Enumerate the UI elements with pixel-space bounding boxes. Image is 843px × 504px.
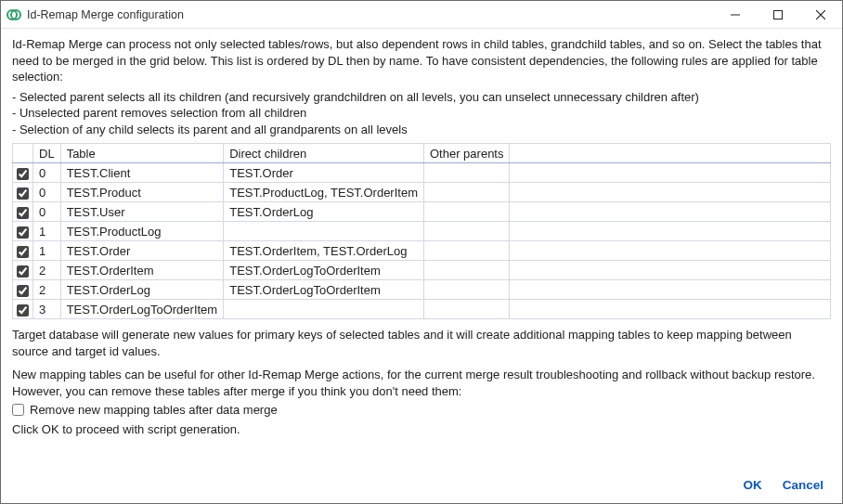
app-icon xyxy=(6,7,21,22)
col-header-table[interactable]: Table xyxy=(60,144,224,163)
rule-3: - Selection of any child selects its par… xyxy=(12,122,831,138)
cell-direct-children xyxy=(224,222,424,241)
remove-mapping-option: Remove new mapping tables after data mer… xyxy=(12,403,831,417)
cell-dl: 0 xyxy=(33,163,61,183)
cell-spacer xyxy=(510,280,831,300)
cell-other-parents xyxy=(423,280,510,300)
cell-direct-children: TEST.OrderItem, TEST.OrderLog xyxy=(224,241,424,261)
cell-table: TEST.Client xyxy=(60,163,224,183)
cell-direct-children: TEST.OrderLog xyxy=(224,202,424,222)
cell-dl: 2 xyxy=(33,261,61,280)
cell-table: TEST.Order xyxy=(60,241,224,261)
table-row[interactable]: 1TEST.OrderTEST.OrderItem, TEST.OrderLog xyxy=(13,241,831,261)
cell-table: TEST.User xyxy=(60,202,224,222)
titlebar: Id-Remap Merge configuration xyxy=(1,1,842,29)
table-row[interactable]: 2TEST.OrderLogTEST.OrderLogToOrderItem xyxy=(13,280,831,300)
close-button[interactable] xyxy=(799,1,842,29)
cell-other-parents xyxy=(423,202,510,222)
cell-dl: 1 xyxy=(33,222,61,241)
cell-spacer xyxy=(510,261,831,280)
row-checkbox[interactable] xyxy=(17,246,29,258)
cell-dl: 0 xyxy=(33,202,61,222)
cell-table: TEST.OrderItem xyxy=(60,261,224,280)
cell-spacer xyxy=(510,163,831,183)
dialog-footer: OK Cancel xyxy=(1,469,842,503)
row-checkbox[interactable] xyxy=(17,304,29,317)
cell-other-parents xyxy=(423,163,510,183)
cell-spacer xyxy=(510,202,831,222)
cell-table: TEST.OrderLogToOrderItem xyxy=(60,300,224,319)
cell-other-parents xyxy=(423,222,510,241)
cell-spacer xyxy=(510,300,831,319)
cell-direct-children: TEST.Order xyxy=(224,163,424,183)
row-checkbox[interactable] xyxy=(17,265,29,278)
cell-dl: 2 xyxy=(33,280,61,300)
row-checkbox[interactable] xyxy=(17,226,29,239)
cell-dl: 0 xyxy=(33,183,61,202)
cell-direct-children: TEST.ProductLog, TEST.OrderItem xyxy=(224,183,424,202)
cell-other-parents xyxy=(423,300,510,319)
dialog-content: Id-Remap Merge can process not only sele… xyxy=(1,29,842,469)
cell-table: TEST.Product xyxy=(60,183,224,202)
grid-header-row: DL Table Direct children Other parents xyxy=(13,144,831,163)
post-text-1: Target database will generate new values… xyxy=(12,327,831,359)
row-checkbox[interactable] xyxy=(17,168,29,180)
row-checkbox[interactable] xyxy=(17,285,29,297)
col-header-dl[interactable]: DL xyxy=(33,144,61,163)
remove-mapping-checkbox[interactable] xyxy=(12,404,24,416)
window-title: Id-Remap Merge configuration xyxy=(27,8,184,21)
cell-other-parents xyxy=(423,261,510,280)
cell-direct-children: TEST.OrderLogToOrderItem xyxy=(224,261,424,280)
table-row[interactable]: 0TEST.UserTEST.OrderLog xyxy=(13,202,831,222)
post-text-3: Click OK to proceed with script generati… xyxy=(12,422,831,436)
cell-direct-children xyxy=(224,300,424,319)
post-text-2: New mapping tables can be useful for oth… xyxy=(12,367,831,399)
cell-spacer xyxy=(510,222,831,241)
table-row[interactable]: 1TEST.ProductLog xyxy=(13,222,831,241)
minimize-button[interactable] xyxy=(714,1,757,29)
remove-mapping-label[interactable]: Remove new mapping tables after data mer… xyxy=(30,403,278,417)
col-header-other-parents[interactable]: Other parents xyxy=(423,144,510,163)
cell-other-parents xyxy=(423,241,510,261)
cell-table: TEST.ProductLog xyxy=(60,222,224,241)
cell-table: TEST.OrderLog xyxy=(60,280,224,300)
row-checkbox[interactable] xyxy=(17,207,29,219)
col-header-checkbox xyxy=(13,144,33,163)
rules-list: - Selected parent selects all its childr… xyxy=(12,89,831,138)
table-row[interactable]: 0TEST.ClientTEST.Order xyxy=(13,163,831,183)
cancel-button[interactable]: Cancel xyxy=(783,478,824,492)
col-header-spacer xyxy=(510,144,831,163)
tables-grid: DL Table Direct children Other parents 0… xyxy=(12,143,831,319)
row-checkbox[interactable] xyxy=(17,187,29,200)
cell-dl: 1 xyxy=(33,241,61,261)
svg-rect-2 xyxy=(774,10,783,19)
rule-2: - Unselected parent removes selection fr… xyxy=(12,105,831,122)
maximize-button[interactable] xyxy=(757,1,799,29)
cell-other-parents xyxy=(423,183,510,202)
intro-text: Id-Remap Merge can process not only sele… xyxy=(12,36,831,85)
cell-dl: 3 xyxy=(33,300,61,319)
cell-direct-children: TEST.OrderLogToOrderItem xyxy=(224,280,424,300)
cell-spacer xyxy=(510,183,831,202)
table-row[interactable]: 2TEST.OrderItemTEST.OrderLogToOrderItem xyxy=(13,261,831,280)
ok-button[interactable]: OK xyxy=(743,478,761,492)
cell-spacer xyxy=(510,241,831,261)
dialog-window: Id-Remap Merge configuration Id-Remap Me… xyxy=(0,0,843,504)
table-row[interactable]: 3TEST.OrderLogToOrderItem xyxy=(13,300,831,319)
rule-1: - Selected parent selects all its childr… xyxy=(12,89,831,106)
table-row[interactable]: 0TEST.ProductTEST.ProductLog, TEST.Order… xyxy=(13,183,831,202)
col-header-direct-children[interactable]: Direct children xyxy=(224,144,424,163)
